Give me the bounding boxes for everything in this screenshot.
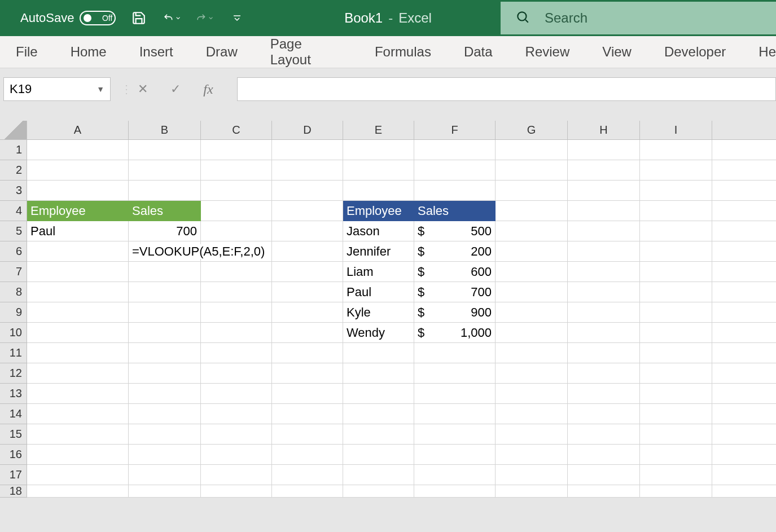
col-header-e[interactable]: E — [343, 121, 414, 140]
cell[interactable] — [496, 302, 568, 323]
cell[interactable] — [568, 343, 640, 363]
row-header[interactable]: 4 — [0, 201, 27, 221]
cell[interactable] — [568, 160, 640, 181]
row-header[interactable]: 12 — [0, 363, 27, 384]
cell[interactable] — [712, 262, 776, 282]
cell[interactable] — [496, 384, 568, 404]
cell[interactable] — [712, 323, 776, 343]
tab-draw[interactable]: Draw — [206, 44, 238, 60]
cell[interactable] — [201, 181, 272, 201]
cell[interactable] — [27, 404, 129, 424]
cell[interactable] — [129, 262, 201, 282]
col-header-h[interactable]: H — [568, 121, 640, 140]
cell[interactable] — [272, 221, 343, 241]
cell-b6[interactable]: =VLOOKUP(A5,E:F,2,0) — [129, 241, 201, 262]
cell[interactable] — [712, 445, 776, 465]
cell[interactable] — [27, 384, 129, 404]
cell[interactable] — [27, 363, 129, 384]
cell-f9[interactable]: $900 — [414, 302, 496, 323]
cell[interactable] — [272, 384, 343, 404]
cell[interactable] — [640, 140, 712, 160]
col-header-d[interactable]: D — [272, 121, 343, 140]
cell[interactable] — [129, 363, 201, 384]
cell[interactable] — [414, 465, 496, 485]
cell[interactable] — [496, 445, 568, 465]
cell[interactable] — [640, 323, 712, 343]
tab-developer[interactable]: Developer — [664, 44, 726, 60]
cell[interactable] — [129, 465, 201, 485]
cell[interactable] — [640, 241, 712, 262]
cell[interactable] — [712, 363, 776, 384]
tab-formulas[interactable]: Formulas — [375, 44, 431, 60]
cell[interactable] — [712, 384, 776, 404]
cell[interactable] — [496, 241, 568, 262]
cell[interactable] — [27, 343, 129, 363]
cell[interactable] — [496, 282, 568, 302]
cell[interactable] — [343, 465, 414, 485]
cell[interactable] — [272, 160, 343, 181]
cell[interactable] — [712, 181, 776, 201]
cell[interactable] — [201, 485, 272, 498]
cell[interactable] — [568, 140, 640, 160]
cell[interactable] — [640, 262, 712, 282]
cell[interactable] — [496, 160, 568, 181]
tab-help[interactable]: He — [759, 44, 776, 60]
cell[interactable] — [272, 181, 343, 201]
row-header[interactable]: 15 — [0, 424, 27, 445]
cell[interactable] — [496, 424, 568, 445]
cell[interactable] — [272, 424, 343, 445]
cell[interactable] — [414, 384, 496, 404]
formula-input[interactable] — [237, 77, 776, 101]
cell[interactable] — [414, 424, 496, 445]
cell[interactable] — [712, 424, 776, 445]
cell[interactable] — [272, 323, 343, 343]
cell[interactable] — [496, 181, 568, 201]
redo-icon[interactable] — [196, 10, 213, 27]
search-input[interactable] — [545, 10, 748, 26]
cell[interactable] — [27, 465, 129, 485]
cell[interactable] — [568, 485, 640, 498]
qat-customize-icon[interactable] — [229, 10, 245, 27]
spreadsheet-grid[interactable]: A B C D E F G H I 1 2 3 4 Employee Sales… — [0, 121, 776, 498]
cell[interactable] — [414, 343, 496, 363]
cell-e8[interactable]: Paul — [343, 282, 414, 302]
cell[interactable] — [129, 282, 201, 302]
cell[interactable] — [272, 445, 343, 465]
cell[interactable] — [343, 343, 414, 363]
cell[interactable] — [201, 262, 272, 282]
cell-f6[interactable]: $200 — [414, 241, 496, 262]
row-header[interactable]: 1 — [0, 140, 27, 160]
cell[interactable] — [129, 181, 201, 201]
cell[interactable] — [129, 343, 201, 363]
cell[interactable] — [343, 363, 414, 384]
cell[interactable] — [568, 465, 640, 485]
row-header[interactable]: 17 — [0, 465, 27, 485]
cell-a4[interactable]: Employee — [27, 201, 129, 221]
row-header[interactable]: 18 — [0, 485, 27, 498]
row-header[interactable]: 2 — [0, 160, 27, 181]
cell[interactable] — [27, 323, 129, 343]
cell[interactable] — [27, 160, 129, 181]
cell-f7[interactable]: $600 — [414, 262, 496, 282]
name-box-dropdown-icon[interactable]: ▼ — [97, 85, 104, 94]
cell[interactable] — [201, 221, 272, 241]
cell[interactable] — [568, 404, 640, 424]
row-header[interactable]: 3 — [0, 181, 27, 201]
cell[interactable] — [712, 140, 776, 160]
cell[interactable] — [640, 221, 712, 241]
cell[interactable] — [201, 424, 272, 445]
cell[interactable] — [129, 404, 201, 424]
cell[interactable] — [496, 323, 568, 343]
cell[interactable] — [272, 282, 343, 302]
cell-e4[interactable]: Employee — [343, 201, 414, 221]
cell[interactable] — [568, 384, 640, 404]
cell[interactable] — [201, 323, 272, 343]
cell[interactable] — [414, 363, 496, 384]
cell[interactable] — [27, 262, 129, 282]
cell[interactable] — [640, 201, 712, 221]
cell[interactable] — [201, 363, 272, 384]
row-header[interactable]: 5 — [0, 221, 27, 241]
tab-data[interactable]: Data — [464, 44, 493, 60]
cell[interactable] — [640, 465, 712, 485]
cell[interactable] — [640, 302, 712, 323]
